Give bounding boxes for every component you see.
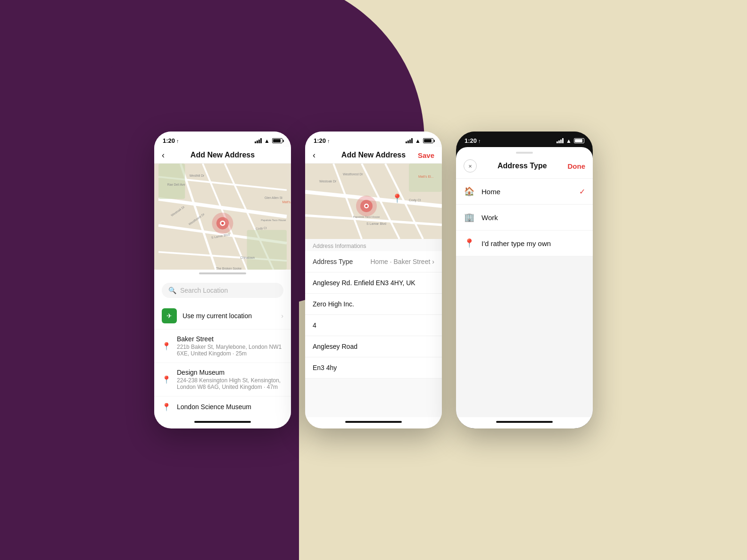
- location-item-2[interactable]: 📍 London Science Museum: [154, 396, 291, 417]
- pin-icon-0: 📍: [162, 341, 171, 351]
- save-button[interactable]: Save: [418, 151, 434, 159]
- back-button-2[interactable]: ‹: [313, 150, 315, 160]
- svg-text:Glen Allen St: Glen Allen St: [265, 196, 282, 199]
- svg-point-42: [365, 205, 368, 207]
- home-bar-3: [496, 421, 553, 423]
- svg-text:Chinatown: Chinatown: [241, 256, 255, 259]
- svg-text:Westhill Dr: Westhill Dr: [190, 174, 205, 177]
- nav-bar-2: ‹ Add New Address Save: [305, 147, 442, 164]
- status-time-3: 1:20 ↑: [465, 137, 481, 144]
- type-label-custom: I'd rather type my own: [481, 239, 585, 247]
- company-text: Zero High Inc.: [313, 300, 354, 308]
- current-location-item[interactable]: ✈ Use my current location ›: [154, 303, 291, 329]
- current-location-chevron: ›: [281, 312, 283, 320]
- address-full-field[interactable]: Anglesey Rd. Enfield EN3 4HY, UK: [305, 272, 442, 294]
- svg-text:📍: 📍: [392, 193, 403, 204]
- nav-bar-1: ‹ Add New Address: [154, 147, 291, 164]
- map-area-1: Rae Dell Ave Westhill Dr Westoak Dr West…: [154, 164, 291, 270]
- location-name-0: Baker Street: [177, 335, 283, 343]
- postcode-field[interactable]: En3 4hy: [305, 357, 442, 379]
- wifi-icon-1: ▲: [264, 138, 270, 144]
- close-button[interactable]: ×: [464, 159, 477, 173]
- nav-arrow-1: ↑: [176, 138, 179, 144]
- nav-arrow-3: ↑: [478, 138, 481, 144]
- address-type-label: Address Type: [313, 258, 353, 265]
- location-name-1: Design Museum: [177, 369, 283, 376]
- type-item-custom[interactable]: 📍 I'd rather type my own: [456, 231, 593, 256]
- nav-title-2: Add New Address: [341, 151, 406, 159]
- battery-icon-2: [423, 138, 433, 143]
- svg-rect-8: [158, 164, 185, 199]
- svg-text:Cody Ct: Cody Ct: [409, 198, 421, 202]
- location-addr-1: 224-238 Kensington High St, Kensington, …: [177, 377, 283, 390]
- sheet-nav: × Address Type Done: [456, 154, 593, 179]
- svg-text:Rae Dell Ave: Rae Dell Ave: [167, 183, 185, 186]
- scroll-indicator-1: [199, 272, 246, 274]
- wifi-icon-2: ▲: [415, 138, 421, 144]
- svg-rect-9: [247, 230, 287, 270]
- battery-icon-3: [574, 138, 584, 143]
- time-1: 1:20: [163, 137, 175, 144]
- form-section-label: Address Informations: [305, 239, 442, 251]
- svg-text:Matt's...: Matt's...: [282, 200, 291, 204]
- location-text-2: London Science Museum: [177, 403, 283, 411]
- home-bar-2: [345, 421, 402, 423]
- svg-text:Westoak Dr: Westoak Dr: [319, 180, 337, 183]
- postcode-text: En3 4hy: [313, 364, 337, 371]
- custom-pin-icon: 📍: [464, 238, 475, 248]
- status-icons-1: ▲: [255, 138, 282, 144]
- street-field[interactable]: Anglesey Road: [305, 336, 442, 357]
- status-bar-3: 1:20 ↑ ▲: [456, 132, 593, 147]
- company-field[interactable]: Zero High Inc.: [305, 294, 442, 315]
- battery-icon-1: [272, 138, 282, 143]
- signal-icon-2: [406, 138, 413, 143]
- svg-text:The Broken Spoke: The Broken Spoke: [216, 267, 242, 270]
- type-label-work: Work: [481, 214, 585, 222]
- number-text: 4: [313, 321, 316, 329]
- address-full-text: Anglesey Rd. Enfield EN3 4HY, UK: [313, 279, 415, 287]
- location-addr-0: 221b Baker St, Marylebone, London NW1 6X…: [177, 344, 283, 357]
- location-text-1: Design Museum 224-238 Kensington High St…: [177, 369, 283, 390]
- work-icon: 🏢: [464, 212, 475, 222]
- location-item-1[interactable]: 📍 Design Museum 224-238 Kensington High …: [154, 362, 291, 396]
- address-type-sheet: × Address Type Done 🏠 Home ✓ 🏢 Work 📍 I'…: [456, 147, 593, 428]
- search-input[interactable]: 🔍 Search Location: [162, 283, 283, 298]
- status-icons-2: ▲: [406, 138, 433, 144]
- current-location-label: Use my current location: [183, 312, 252, 320]
- type-item-home[interactable]: 🏠 Home ✓: [456, 179, 593, 205]
- address-type-value: Home · Baker Street ›: [371, 258, 435, 265]
- svg-text:Matt's El...: Matt's El...: [418, 175, 434, 178]
- nav-title-1: Add New Address: [191, 151, 255, 159]
- svg-text:S Lamar Blvd: S Lamar Blvd: [366, 222, 386, 225]
- location-item-0[interactable]: 📍 Baker Street 221b Baker St, Marylebone…: [154, 329, 291, 362]
- map-area-2: Westoak Dr Westforest Dr S Lamar Blvd Co…: [305, 164, 442, 239]
- form-section: Address Informations Address Type Home ·…: [305, 239, 442, 417]
- current-location-icon: ✈: [162, 308, 177, 323]
- time-2: 1:20: [314, 137, 326, 144]
- type-item-work[interactable]: 🏢 Work: [456, 205, 593, 231]
- phone-3: 1:20 ↑ ▲ × Address Type: [456, 132, 593, 428]
- location-text-0: Baker Street 221b Baker St, Marylebone, …: [177, 335, 283, 357]
- search-icon: 🔍: [168, 287, 176, 294]
- search-placeholder: Search Location: [180, 287, 228, 294]
- svg-text:Papalote Taco House: Papalote Taco House: [261, 219, 286, 222]
- street-text: Anglesey Road: [313, 343, 357, 350]
- address-type-value-text: Home · Baker Street: [371, 258, 431, 265]
- back-button-1[interactable]: ‹: [162, 150, 165, 160]
- sheet-spacer: [456, 256, 593, 417]
- home-check-icon: ✓: [579, 187, 585, 196]
- status-time-2: 1:20 ↑: [314, 137, 330, 144]
- done-button[interactable]: Done: [568, 162, 586, 170]
- nav-arrow-2: ↑: [327, 138, 330, 144]
- home-icon: 🏠: [464, 186, 475, 197]
- wifi-icon-3: ▲: [566, 138, 572, 144]
- home-bar-1: [194, 421, 251, 423]
- time-3: 1:20: [465, 137, 477, 144]
- address-type-field[interactable]: Address Type Home · Baker Street ›: [305, 251, 442, 272]
- status-icons-3: ▲: [556, 138, 584, 144]
- sheet-title: Address Type: [498, 162, 547, 170]
- current-location-text: Use my current location: [183, 312, 275, 320]
- number-field[interactable]: 4: [305, 315, 442, 336]
- address-type-chevron: ›: [432, 258, 434, 265]
- phone-2: 1:20 ↑ ▲ ‹ Add New Address Save: [305, 132, 442, 428]
